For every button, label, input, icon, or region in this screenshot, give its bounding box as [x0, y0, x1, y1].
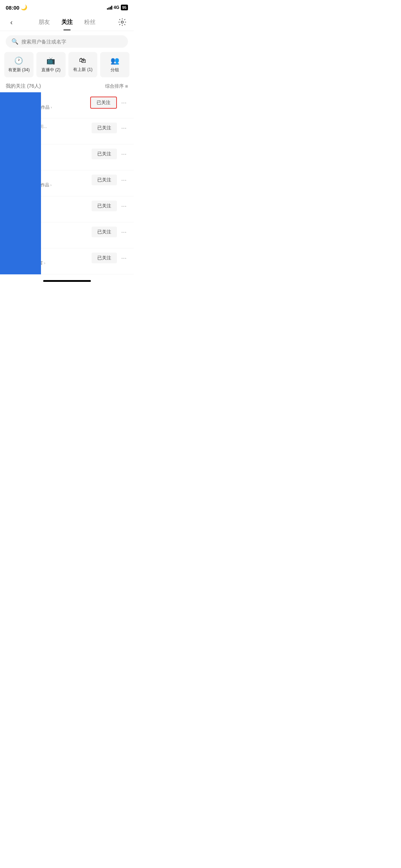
more-button[interactable]: ···	[120, 254, 128, 262]
filter-group-label: 分组	[110, 67, 119, 73]
status-icons: 4G 95	[107, 5, 128, 10]
moon-icon: 🌙	[21, 4, 27, 11]
svg-point-0	[121, 21, 123, 23]
follow-header: 我的关注 (76人) 综合排序 ≡	[0, 83, 134, 89]
settings-button[interactable]	[117, 16, 128, 28]
filter-new-product-label: 有上新 (1)	[73, 67, 92, 73]
home-indicator	[43, 280, 91, 282]
user-list: ✏️ 备注 看 | 看作品 › 已关注 ··· 的直播间...	[0, 92, 134, 274]
tab-friends[interactable]: 朋友	[38, 17, 50, 27]
sort-button[interactable]: 综合排序 ≡	[105, 83, 128, 89]
back-button[interactable]: ‹	[6, 16, 17, 28]
filter-row: 🕐 有更新 (34) 📺 直播中 (2) 🛍 有上新 (1) 👥 分组	[0, 52, 134, 77]
user-actions-right: 已关注 ···	[92, 175, 128, 185]
filter-new-product[interactable]: 🛍 有上新 (1)	[68, 52, 98, 77]
tab-bar: 朋友 关注 粉丝	[17, 17, 117, 27]
search-icon: 🔍	[11, 38, 19, 45]
status-time: 08:00 🌙	[6, 4, 27, 11]
follow-button[interactable]: 已关注	[92, 253, 117, 263]
search-input[interactable]	[21, 39, 122, 45]
filter-has-update-label: 有更新 (34)	[8, 67, 30, 73]
filter-has-update[interactable]: 🕐 有更新 (34)	[4, 52, 34, 77]
follow-button[interactable]: 已关注	[92, 123, 117, 133]
user-actions-right: 已关注 ···	[92, 227, 128, 237]
follow-count: 我的关注 (76人)	[6, 83, 41, 89]
filter-live[interactable]: 📺 直播中 (2)	[36, 52, 66, 77]
more-button[interactable]: ···	[120, 202, 128, 210]
shop-icon: 🛍	[79, 56, 86, 64]
user-actions-right: 已关注 ···	[92, 253, 128, 263]
sort-label: 综合排序	[105, 83, 124, 89]
more-button[interactable]: ···	[120, 150, 128, 158]
nav-tabs: ‹ 朋友 关注 粉丝	[0, 14, 134, 31]
user-actions-right: 已关注 ···	[92, 123, 128, 133]
group-icon: 👥	[110, 56, 119, 65]
battery-indicator: 95	[121, 5, 128, 10]
filter-live-label: 直播中 (2)	[41, 67, 61, 73]
follow-button[interactable]: 已关注	[90, 97, 117, 109]
signal-icon	[107, 5, 112, 10]
follow-button[interactable]: 已关注	[92, 175, 117, 185]
tab-following[interactable]: 关注	[61, 17, 73, 27]
follow-button[interactable]: 已关注	[92, 201, 117, 211]
user-actions-right: 已关注 ···	[92, 149, 128, 159]
filter-group[interactable]: 👥 分组	[100, 52, 129, 77]
network-label: 4G	[114, 5, 119, 10]
tab-fans[interactable]: 粉丝	[84, 17, 96, 27]
user-actions-right: 已关注 ···	[90, 97, 128, 109]
live-icon: 📺	[46, 56, 55, 65]
sort-icon: ≡	[125, 83, 128, 89]
more-button[interactable]: ···	[120, 228, 128, 236]
clock-icon: 🕐	[14, 56, 23, 65]
follow-button[interactable]: 已关注	[92, 227, 117, 237]
more-button[interactable]: ···	[120, 176, 128, 184]
more-button[interactable]: ···	[120, 124, 128, 132]
follow-button[interactable]: 已关注	[92, 149, 117, 159]
status-bar: 08:00 🌙 4G 95	[0, 0, 134, 14]
more-button[interactable]: ···	[120, 99, 128, 107]
search-bar[interactable]: 🔍	[6, 35, 128, 48]
user-actions-right: 已关注 ···	[92, 201, 128, 211]
blue-overlay	[0, 92, 41, 274]
